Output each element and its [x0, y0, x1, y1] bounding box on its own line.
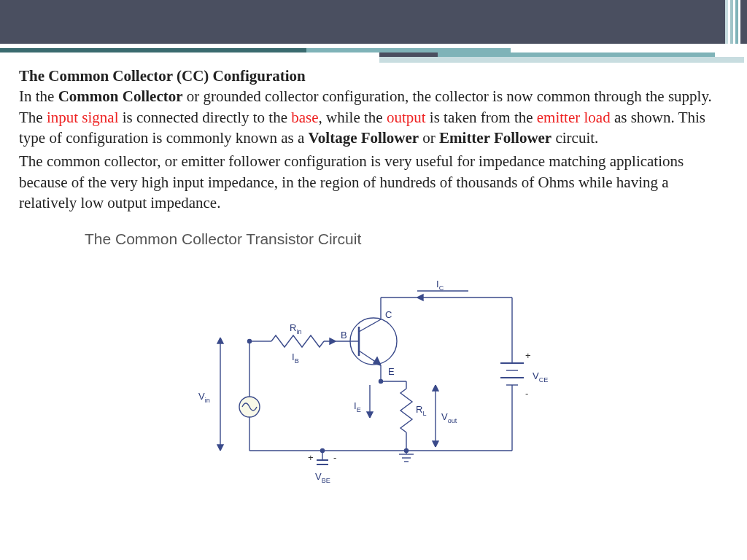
label-rin: Rin	[290, 322, 301, 336]
label-c: C	[385, 308, 392, 322]
slide-banner	[0, 0, 747, 44]
page-title: The Common Collector (CC) Configuration	[19, 66, 728, 86]
label-b: B	[341, 329, 347, 342]
label-vout: Vout	[441, 411, 457, 425]
label-rl: RL	[416, 403, 426, 418]
slide-content: The Common Collector (CC) Configuration …	[0, 44, 747, 483]
label-ic: IC	[436, 278, 444, 292]
circuit-diagram: IC Rin B C E IB IE RL Vin Vout VCE VBE +…	[177, 265, 570, 483]
label-plus-cap: +	[308, 451, 314, 464]
label-e: E	[388, 365, 395, 378]
label-plus-battery: +	[525, 349, 531, 362]
circuit-svg	[177, 265, 570, 483]
label-vbe: VBE	[315, 470, 330, 485]
label-ie: IE	[354, 400, 361, 414]
banner-side-stripes	[725, 0, 747, 44]
diagram-title: The Common Collector Transistor Circuit	[85, 229, 728, 249]
label-minus-battery: -	[525, 387, 528, 400]
label-vce: VCE	[533, 370, 548, 384]
paragraph-1: In the Common Collector or grounded coll…	[19, 86, 728, 148]
label-ib: IB	[292, 351, 299, 365]
label-vin: Vin	[198, 390, 210, 405]
label-minus-cap: -	[333, 451, 336, 464]
paragraph-2: The common collector, or emitter followe…	[19, 151, 728, 213]
